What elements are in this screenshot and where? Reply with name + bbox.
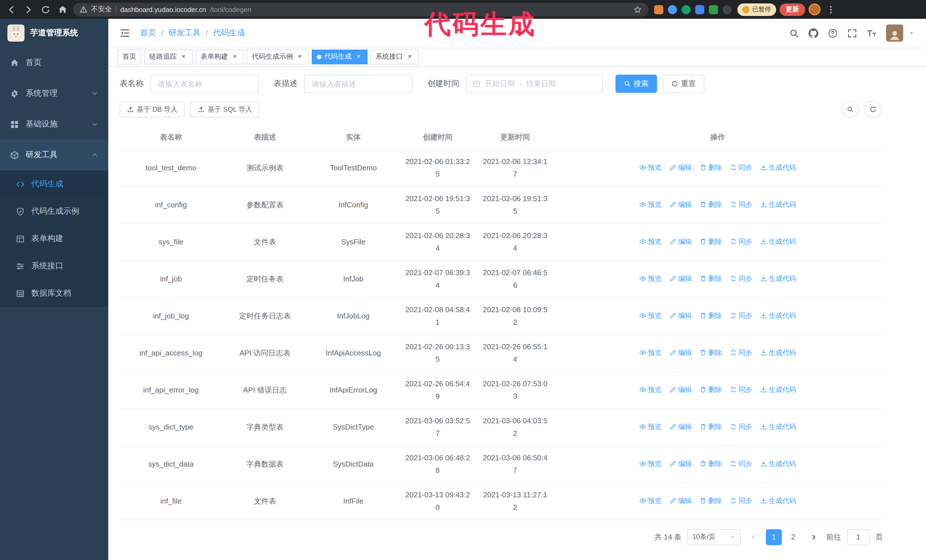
sidebar-toggle-icon[interactable]: [120, 28, 130, 38]
action-sync-link[interactable]: 同步: [730, 457, 752, 470]
action-download-link[interactable]: 生成代码: [760, 235, 796, 248]
action-edit-link[interactable]: 编辑: [670, 457, 692, 470]
tab-close-icon[interactable]: ×: [231, 53, 239, 61]
github-icon[interactable]: [809, 28, 818, 38]
fullscreen-icon[interactable]: [847, 28, 857, 38]
action-eye-link[interactable]: 预览: [639, 346, 661, 359]
tab-2[interactable]: 表单构建×: [195, 49, 244, 64]
sidebar-item-1[interactable]: 系统管理: [0, 78, 108, 109]
extension-icon[interactable]: [709, 5, 718, 14]
tab-close-icon[interactable]: ×: [296, 53, 304, 61]
action-edit-link[interactable]: 编辑: [670, 420, 692, 433]
tab-5[interactable]: 系统接口×: [371, 49, 419, 64]
sidebar-subitem-2[interactable]: 表单构建: [0, 225, 108, 252]
user-avatar[interactable]: [886, 24, 903, 42]
action-sync-link[interactable]: 同步: [730, 420, 752, 433]
breadcrumb-item-0[interactable]: 首页: [140, 28, 156, 38]
tab-1[interactable]: 链路追踪×: [144, 49, 193, 64]
action-trash-link[interactable]: 删除: [700, 494, 722, 507]
action-eye-link[interactable]: 预览: [639, 198, 661, 210]
refresh-table-button[interactable]: [864, 101, 882, 118]
reset-button[interactable]: 重置: [663, 75, 704, 93]
browser-profile-avatar[interactable]: [809, 3, 820, 15]
action-eye-link[interactable]: 预览: [639, 272, 661, 285]
action-trash-link[interactable]: 删除: [700, 198, 722, 210]
sidebar-item-0[interactable]: 首页: [0, 47, 108, 78]
search-button[interactable]: 搜索: [616, 75, 657, 93]
extension-icon[interactable]: [682, 5, 691, 14]
action-sync-link[interactable]: 同步: [730, 161, 752, 174]
action-eye-link[interactable]: 预览: [639, 494, 661, 507]
bookmark-star-icon[interactable]: [634, 5, 642, 14]
sidebar-subitem-1[interactable]: 代码生成示例: [0, 198, 108, 225]
extension-icon[interactable]: [723, 5, 732, 14]
table-desc-input[interactable]: [304, 75, 413, 93]
header-search-icon[interactable]: [789, 28, 799, 38]
prev-page-button[interactable]: [746, 529, 760, 545]
app-logo[interactable]: 芋道管理系统: [0, 19, 108, 47]
toggle-search-button[interactable]: [842, 101, 859, 118]
action-trash-link[interactable]: 删除: [700, 235, 722, 248]
paused-badge[interactable]: 已暂停: [737, 3, 776, 16]
extension-icon[interactable]: [654, 5, 663, 14]
breadcrumb-item-1[interactable]: 研发工具: [169, 28, 201, 38]
action-download-link[interactable]: 生成代码: [760, 272, 796, 285]
action-download-link[interactable]: 生成代码: [760, 420, 796, 433]
action-eye-link[interactable]: 预览: [639, 383, 661, 395]
browser-forward-icon[interactable]: [22, 3, 35, 16]
next-page-button[interactable]: [807, 529, 820, 545]
action-sync-link[interactable]: 同步: [730, 272, 752, 285]
avatar-caret-icon[interactable]: [908, 30, 915, 36]
date-end-placeholder[interactable]: 结束日期: [526, 78, 556, 89]
action-eye-link[interactable]: 预览: [639, 309, 661, 322]
sidebar-subitem-4[interactable]: 数据库文档: [0, 280, 108, 307]
action-sync-link[interactable]: 同步: [730, 235, 752, 248]
action-trash-link[interactable]: 删除: [700, 309, 722, 322]
action-trash-link[interactable]: 删除: [700, 420, 722, 433]
date-range-picker[interactable]: 开始日期 - 结束日期: [466, 75, 603, 93]
browser-update-button[interactable]: 更新: [779, 3, 805, 16]
action-trash-link[interactable]: 删除: [700, 457, 722, 470]
action-edit-link[interactable]: 编辑: [670, 161, 692, 174]
tab-close-icon[interactable]: ×: [354, 53, 362, 61]
action-eye-link[interactable]: 预览: [639, 420, 661, 433]
sidebar-subitem-3[interactable]: 系统接口: [0, 252, 108, 280]
action-edit-link[interactable]: 编辑: [670, 383, 692, 395]
action-edit-link[interactable]: 编辑: [670, 272, 692, 285]
breadcrumb-item-2[interactable]: 代码生成: [213, 28, 245, 38]
action-download-link[interactable]: 生成代码: [760, 346, 796, 359]
browser-menu-icon[interactable]: [824, 3, 838, 16]
goto-page-input[interactable]: [847, 529, 870, 545]
action-sync-link[interactable]: 同步: [730, 494, 752, 507]
action-download-link[interactable]: 生成代码: [760, 383, 796, 395]
action-download-link[interactable]: 生成代码: [760, 494, 796, 507]
action-eye-link[interactable]: 预览: [639, 161, 661, 174]
action-edit-link[interactable]: 编辑: [670, 198, 692, 210]
tab-close-icon[interactable]: ×: [180, 53, 188, 61]
page-size-select[interactable]: 10条/页: [687, 529, 741, 545]
action-sync-link[interactable]: 同步: [730, 198, 752, 210]
tab-3[interactable]: 代码生成示例×: [247, 49, 309, 64]
action-trash-link[interactable]: 删除: [700, 383, 722, 395]
import-db-button[interactable]: 基于 DB 导入: [120, 101, 185, 117]
action-download-link[interactable]: 生成代码: [760, 198, 796, 210]
import-sql-button[interactable]: 基于 SQL 导入: [191, 101, 260, 117]
date-start-placeholder[interactable]: 开始日期: [485, 78, 514, 89]
address-bar[interactable]: 不安全 dashboard.yudao.iocoder.cn/tool/code…: [73, 3, 649, 16]
action-sync-link[interactable]: 同步: [730, 309, 752, 322]
action-download-link[interactable]: 生成代码: [760, 457, 796, 470]
action-edit-link[interactable]: 编辑: [670, 235, 692, 248]
action-sync-link[interactable]: 同步: [730, 346, 752, 359]
extension-icon[interactable]: [695, 5, 704, 14]
action-trash-link[interactable]: 删除: [700, 346, 722, 359]
browser-home-icon[interactable]: [56, 3, 70, 16]
action-sync-link[interactable]: 同步: [730, 383, 752, 395]
sidebar-item-2[interactable]: 基础设施: [0, 109, 108, 140]
help-icon[interactable]: [828, 28, 838, 38]
extension-icon[interactable]: [668, 5, 677, 14]
browser-back-icon[interactable]: [5, 3, 18, 16]
tab-close-icon[interactable]: ×: [406, 53, 414, 61]
tab-0[interactable]: 首页: [117, 49, 141, 64]
action-trash-link[interactable]: 删除: [700, 272, 722, 285]
sidebar-subitem-0[interactable]: 代码生成: [0, 171, 108, 198]
